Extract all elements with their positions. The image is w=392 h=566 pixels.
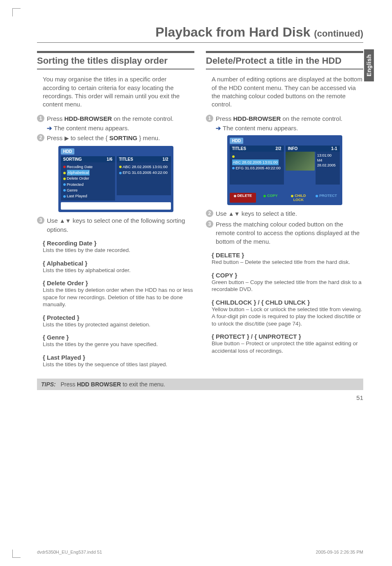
page-title-continued: (continued) [314,28,363,39]
opt-delete-d: Red button – Delete the selected title f… [212,259,363,266]
footer-filename: dvdr5350H_EU_Eng537.indd 51 [37,550,102,554]
osd-titles-count: 2/2 [276,146,281,151]
opt-protect-d: Blue button – Protect or unprotect the t… [212,340,363,354]
osd-sorting-wrap: HDD SORTING1/6 Recoding Date Alphabetica… [37,146,194,213]
page-title: Playback from Hard Disk (continued) [37,25,363,40]
opt-childlock-d: Yellow button – Lock or unlock the selec… [212,306,363,328]
osd-title: ABC 28.02.2005 13:01:00 [119,164,168,170]
r-step-2: 2 Use ▲▼ keys to select a title. [206,209,363,218]
r-step-1-text: Press HDD-BROWSER on the remote control. [216,114,342,123]
osd-sorting-head: SORTING [63,157,82,162]
left-column: Sorting the titles display order You may… [37,51,194,368]
osd-info-count: 1-1 [331,146,337,151]
step-bullet-2: 2 [37,134,44,141]
opt-recording-date-d: Lists the titles by the date recorded. [43,247,194,254]
osd-btn-copy: COPY [257,193,284,203]
sorting-intro: You may organise the titles in a specifi… [43,75,194,109]
osd-item: Protected [63,182,113,187]
opt-genre-h: { Genre } [43,334,194,341]
osd-btn-delete: DELETE [230,193,256,203]
step-2: 2 Press ▶ to select the { SORTING } menu… [37,134,194,143]
section-heading-sorting: Sorting the titles display order [37,51,194,69]
opt-delete-order-h: { Delete Order } [43,280,194,286]
osd-thumbnail [286,152,315,171]
osd-hdd-label: HDD [61,148,75,155]
title-rule [37,42,363,43]
opt-alphabetical-h: { Alphabetical } [43,260,194,267]
tips-text2: to exit the menu. [122,381,165,388]
opt-protected-d: Lists the titles by protected against de… [43,321,194,328]
opt-copy-h: { COPY } [212,272,363,279]
right-column: Delete/Protect a title in the HDD A numb… [206,51,363,368]
arrow-icon: ➔ [47,125,52,132]
opt-copy-d: Green button – Copy the selected title f… [212,279,363,293]
osd-item: Alphabetical [63,170,113,176]
page-title-main: Playback from Hard Disk [155,25,310,39]
osd-item: Delete Order [63,176,113,181]
osd-titles-count: 1/2 [163,157,168,162]
osd-info-line: 28.02.2005 [317,163,338,168]
r-step-1-result: ➔The content menu appears. [216,125,363,132]
opt-delete-order-d: Lists the titles by deletion order when … [43,286,194,308]
step-bullet-3: 3 [37,217,44,224]
osd-sorting: HDD SORTING1/6 Recoding Date Alphabetica… [58,146,173,213]
opt-protected-h: { Protected } [43,314,194,321]
osd-title: EFG 31.03.2005 40:22:00 [119,170,168,176]
osd-titles-head: TITLES [119,157,133,162]
opt-childlock-h: { CHILDLOCK } / { CHLD UNLCK } [212,299,363,306]
osd-info-head: INFO [288,146,298,151]
delete-protect-intro: A number of editing options are displaye… [212,75,363,109]
page-number: 51 [37,394,363,401]
step-3: 3 Use ▲▼ keys to select one of the follo… [37,216,194,234]
osd-hdd-label: HDD [230,138,244,144]
opt-last-played-d: Lists the titles by the sequence of titl… [43,361,194,368]
section-heading-delete-protect: Delete/Protect a title in the HDD [206,51,363,69]
opt-last-played-h: { Last Played } [43,354,194,361]
osd-title: ABC 28.02.2005 13:01:00 [232,153,281,165]
step-bullet-2: 2 [206,210,213,217]
language-tab: English [364,49,374,81]
step-bullet-1: 1 [206,115,213,122]
arrow-icon: ➔ [216,125,221,132]
step-3-text: Use ▲▼ keys to select one of the followi… [47,216,194,234]
opt-genre-d: Lists the titles by the genre you have s… [43,341,194,348]
opt-recording-date-h: { Recording Date } [43,240,194,247]
r-step-3: 3 Press the matching colour coded button… [206,220,363,246]
tips-text1: Press [60,381,75,388]
osd-btn-protect: PROTECT [313,193,340,203]
osd-sorting-count: 1/6 [107,157,113,162]
osd-delete: HDD TITLES2/2 ABC 28.02.2005 13:01:00 EF… [227,135,342,205]
osd-info-line: M4 [317,158,338,163]
osd-titles-head: TITLES [232,146,246,151]
opt-delete-h: { DELETE } [212,252,363,259]
step-bullet-1: 1 [37,115,44,122]
two-column-layout: Sorting the titles display order You may… [37,51,363,368]
step-1: 1 Press HDD-BROWSER on the remote contro… [37,114,194,123]
opt-alphabetical-d: Lists the titles by alphabetical order. [43,267,194,274]
r-step-1: 1 Press HDD-BROWSER on the remote contro… [206,114,363,123]
tips-bar: TIPS: Press HDD BROWSER to exit the menu… [37,379,363,390]
osd-info-line: 13:01:00 [317,153,338,158]
crop-mark-tl [12,8,21,16]
step-bullet-3: 3 [206,220,213,228]
step-2-text: Press ▶ to select the { SORTING } menu. [47,134,160,143]
tips-button: HDD BROWSER [77,381,121,388]
step-1-result: ➔The content menu appears. [47,125,194,132]
step-1-text: Press HDD-BROWSER on the remote control. [47,114,173,123]
osd-item: Genre [63,187,113,193]
osd-footer-buttons: DELETE COPY CHILD LOCK PROTECT [230,193,340,203]
crop-mark-bl [12,550,21,558]
footer-timestamp: 2005-09-16 2:26:35 PM [316,550,363,554]
tips-label: TIPS: [41,381,56,388]
osd-item: Last Played [63,193,113,199]
r-step-2-text: Use ▲▼ keys to select a title. [216,209,297,218]
osd-delete-wrap: HDD TITLES2/2 ABC 28.02.2005 13:01:00 EF… [206,135,363,205]
opt-protect-h: { PROTECT } / { UNPROTECT } [212,333,363,340]
osd-btn-childlock: CHILD LOCK [285,193,312,203]
r-step-3-text: Press the matching colour coded button o… [216,220,363,246]
osd-item: Recoding Date [63,164,113,170]
osd-title: EFG 31.03.2005 40:22:00 [232,165,281,171]
